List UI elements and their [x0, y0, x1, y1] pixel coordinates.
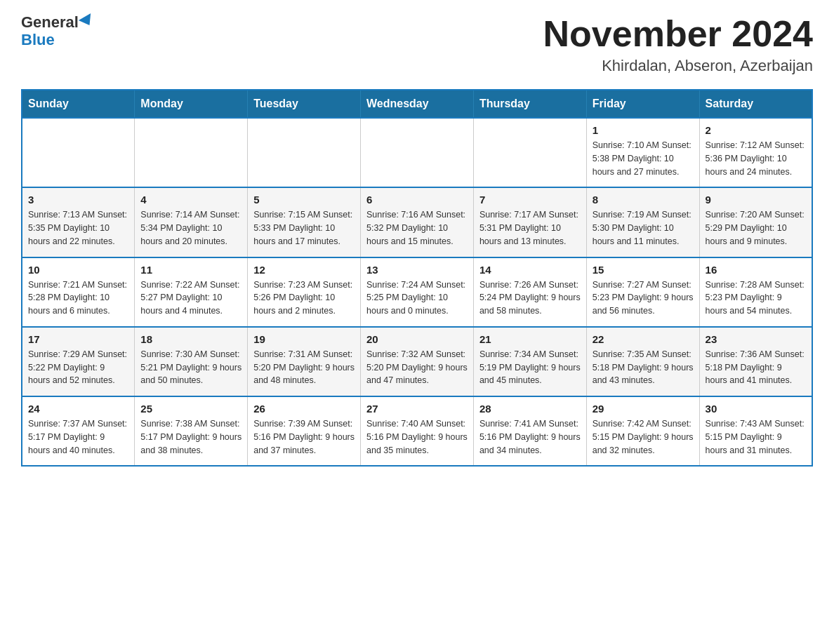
logo-blue-text: Blue — [21, 31, 55, 49]
day-number: 4 — [140, 194, 241, 206]
calendar-cell — [473, 118, 586, 187]
day-number: 15 — [593, 264, 694, 276]
calendar-cell: 23Sunrise: 7:36 AM Sunset: 5:18 PM Dayli… — [699, 327, 812, 396]
day-info: Sunrise: 7:24 AM Sunset: 5:25 PM Dayligh… — [366, 279, 468, 318]
header-day-friday: Friday — [586, 90, 699, 118]
day-info: Sunrise: 7:23 AM Sunset: 5:26 PM Dayligh… — [253, 279, 355, 318]
calendar-cell: 18Sunrise: 7:30 AM Sunset: 5:21 PM Dayli… — [135, 327, 248, 396]
day-number: 16 — [706, 264, 806, 276]
day-info: Sunrise: 7:29 AM Sunset: 5:22 PM Dayligh… — [28, 348, 128, 387]
calendar-cell: 19Sunrise: 7:31 AM Sunset: 5:20 PM Dayli… — [248, 327, 361, 396]
logo: General — [21, 14, 94, 31]
title-area: November 2024 Khirdalan, Abseron, Azerba… — [543, 14, 813, 75]
calendar-cell: 29Sunrise: 7:42 AM Sunset: 5:15 PM Dayli… — [586, 396, 699, 466]
day-info: Sunrise: 7:16 AM Sunset: 5:32 PM Dayligh… — [366, 208, 468, 248]
calendar-cell: 14Sunrise: 7:26 AM Sunset: 5:24 PM Dayli… — [473, 257, 586, 327]
calendar-table: SundayMondayTuesdayWednesdayThursdayFrid… — [21, 89, 813, 467]
day-number: 18 — [140, 333, 241, 345]
day-info: Sunrise: 7:37 AM Sunset: 5:17 PM Dayligh… — [28, 417, 128, 457]
calendar-cell: 24Sunrise: 7:37 AM Sunset: 5:17 PM Dayli… — [22, 396, 135, 466]
calendar-cell: 30Sunrise: 7:43 AM Sunset: 5:15 PM Dayli… — [699, 396, 812, 466]
day-number: 9 — [706, 194, 806, 206]
header-day-thursday: Thursday — [473, 90, 586, 118]
calendar-cell: 1Sunrise: 7:10 AM Sunset: 5:38 PM Daylig… — [586, 118, 699, 187]
calendar-cell: 10Sunrise: 7:21 AM Sunset: 5:28 PM Dayli… — [22, 257, 135, 327]
day-number: 29 — [593, 403, 694, 415]
day-number: 17 — [28, 333, 128, 345]
day-number: 10 — [28, 264, 128, 276]
calendar-body: 1Sunrise: 7:10 AM Sunset: 5:38 PM Daylig… — [22, 118, 812, 466]
day-number: 21 — [479, 333, 581, 345]
calendar-cell: 17Sunrise: 7:29 AM Sunset: 5:22 PM Dayli… — [22, 327, 135, 396]
day-info: Sunrise: 7:38 AM Sunset: 5:17 PM Dayligh… — [140, 417, 241, 457]
calendar-cell: 5Sunrise: 7:15 AM Sunset: 5:33 PM Daylig… — [248, 187, 361, 257]
calendar-cell: 11Sunrise: 7:22 AM Sunset: 5:27 PM Dayli… — [135, 257, 248, 327]
calendar-cell: 16Sunrise: 7:28 AM Sunset: 5:23 PM Dayli… — [699, 257, 812, 327]
day-info: Sunrise: 7:41 AM Sunset: 5:16 PM Dayligh… — [479, 417, 581, 457]
day-number: 11 — [140, 264, 241, 276]
calendar-cell: 2Sunrise: 7:12 AM Sunset: 5:36 PM Daylig… — [699, 118, 812, 187]
day-number: 26 — [253, 403, 355, 415]
calendar-cell: 8Sunrise: 7:19 AM Sunset: 5:30 PM Daylig… — [586, 187, 699, 257]
day-number: 7 — [479, 194, 581, 206]
day-number: 12 — [253, 264, 355, 276]
calendar-cell: 20Sunrise: 7:32 AM Sunset: 5:20 PM Dayli… — [361, 327, 474, 396]
day-info: Sunrise: 7:12 AM Sunset: 5:36 PM Dayligh… — [706, 139, 806, 178]
day-info: Sunrise: 7:27 AM Sunset: 5:23 PM Dayligh… — [593, 279, 694, 318]
day-info: Sunrise: 7:35 AM Sunset: 5:18 PM Dayligh… — [593, 348, 694, 387]
week-row-5: 24Sunrise: 7:37 AM Sunset: 5:17 PM Dayli… — [22, 396, 812, 466]
day-info: Sunrise: 7:22 AM Sunset: 5:27 PM Dayligh… — [140, 279, 241, 318]
calendar-cell: 9Sunrise: 7:20 AM Sunset: 5:29 PM Daylig… — [699, 187, 812, 257]
day-number: 5 — [253, 194, 355, 206]
day-info: Sunrise: 7:26 AM Sunset: 5:24 PM Dayligh… — [479, 279, 581, 318]
calendar-cell: 6Sunrise: 7:16 AM Sunset: 5:32 PM Daylig… — [361, 187, 474, 257]
calendar-cell — [248, 118, 361, 187]
day-info: Sunrise: 7:14 AM Sunset: 5:34 PM Dayligh… — [140, 208, 241, 248]
day-number: 30 — [706, 403, 806, 415]
header-day-wednesday: Wednesday — [361, 90, 474, 118]
day-number: 2 — [706, 124, 806, 136]
day-info: Sunrise: 7:34 AM Sunset: 5:19 PM Dayligh… — [479, 348, 581, 387]
day-number: 8 — [593, 194, 694, 206]
day-info: Sunrise: 7:13 AM Sunset: 5:35 PM Dayligh… — [28, 208, 128, 248]
calendar-cell: 13Sunrise: 7:24 AM Sunset: 5:25 PM Dayli… — [361, 257, 474, 327]
day-info: Sunrise: 7:43 AM Sunset: 5:15 PM Dayligh… — [706, 417, 806, 457]
day-number: 22 — [593, 333, 694, 345]
logo-general: General — [21, 13, 94, 31]
header-day-tuesday: Tuesday — [248, 90, 361, 118]
week-row-4: 17Sunrise: 7:29 AM Sunset: 5:22 PM Dayli… — [22, 327, 812, 396]
day-number: 25 — [140, 403, 241, 415]
calendar-cell: 21Sunrise: 7:34 AM Sunset: 5:19 PM Dayli… — [473, 327, 586, 396]
day-info: Sunrise: 7:10 AM Sunset: 5:38 PM Dayligh… — [593, 139, 694, 178]
logo-area: General Blue — [21, 14, 94, 49]
day-number: 3 — [28, 194, 128, 206]
day-number: 13 — [366, 264, 468, 276]
subtitle: Khirdalan, Abseron, Azerbaijan — [543, 57, 813, 75]
calendar-cell: 25Sunrise: 7:38 AM Sunset: 5:17 PM Dayli… — [135, 396, 248, 466]
day-number: 27 — [366, 403, 468, 415]
day-info: Sunrise: 7:40 AM Sunset: 5:16 PM Dayligh… — [366, 417, 468, 457]
day-info: Sunrise: 7:17 AM Sunset: 5:31 PM Dayligh… — [479, 208, 581, 248]
day-info: Sunrise: 7:28 AM Sunset: 5:23 PM Dayligh… — [706, 279, 806, 318]
main-title: November 2024 — [543, 14, 813, 54]
logo-triangle-icon — [79, 13, 95, 29]
week-row-1: 1Sunrise: 7:10 AM Sunset: 5:38 PM Daylig… — [22, 118, 812, 187]
day-info: Sunrise: 7:19 AM Sunset: 5:30 PM Dayligh… — [593, 208, 694, 248]
calendar-cell: 28Sunrise: 7:41 AM Sunset: 5:16 PM Dayli… — [473, 396, 586, 466]
calendar-cell: 7Sunrise: 7:17 AM Sunset: 5:31 PM Daylig… — [473, 187, 586, 257]
day-info: Sunrise: 7:42 AM Sunset: 5:15 PM Dayligh… — [593, 417, 694, 457]
day-info: Sunrise: 7:30 AM Sunset: 5:21 PM Dayligh… — [140, 348, 241, 387]
day-info: Sunrise: 7:36 AM Sunset: 5:18 PM Dayligh… — [706, 348, 806, 387]
header-day-saturday: Saturday — [699, 90, 812, 118]
day-number: 28 — [479, 403, 581, 415]
week-row-2: 3Sunrise: 7:13 AM Sunset: 5:35 PM Daylig… — [22, 187, 812, 257]
header-day-sunday: Sunday — [22, 90, 135, 118]
day-number: 24 — [28, 403, 128, 415]
day-number: 1 — [593, 124, 694, 136]
calendar-cell — [361, 118, 474, 187]
day-info: Sunrise: 7:15 AM Sunset: 5:33 PM Dayligh… — [253, 208, 355, 248]
day-number: 19 — [253, 333, 355, 345]
logo-blue-label: Blue — [21, 31, 55, 48]
calendar-cell — [22, 118, 135, 187]
day-number: 20 — [366, 333, 468, 345]
